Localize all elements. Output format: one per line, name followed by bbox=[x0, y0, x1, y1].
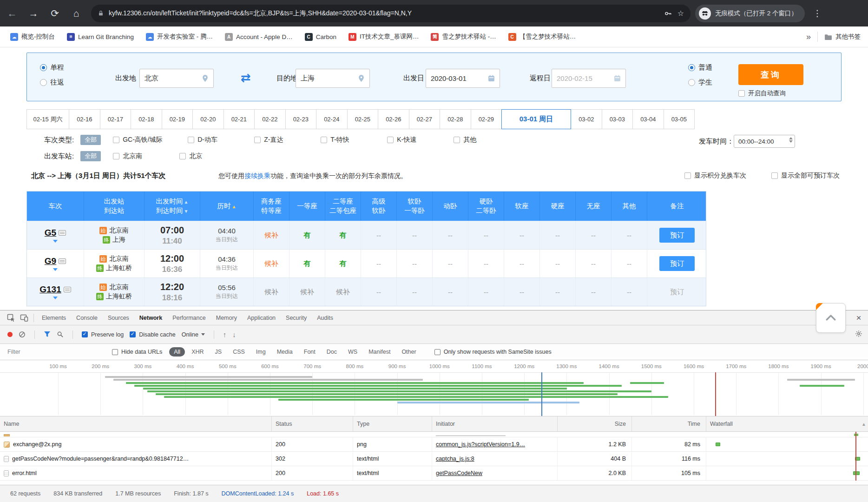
station-option[interactable]: 北京南 bbox=[113, 152, 167, 160]
samesite-checkbox[interactable] bbox=[434, 349, 441, 355]
checkbox-icon[interactable] bbox=[321, 137, 327, 143]
checkbox-icon[interactable] bbox=[188, 137, 194, 143]
samesite-toggle[interactable]: Only show requests with SameSite issues bbox=[434, 349, 552, 355]
date-tab[interactable]: 02-19 bbox=[162, 109, 193, 129]
date-tab[interactable]: 02-18 bbox=[131, 109, 162, 129]
train-number-link[interactable]: G5 bbox=[45, 228, 66, 238]
request-row[interactable]: getPassCodeNew?module=passenger&rand=ran… bbox=[0, 452, 868, 466]
seat-availability-cell[interactable]: 候补 bbox=[289, 278, 325, 306]
checkbox-icon[interactable] bbox=[113, 153, 119, 159]
trip-type-radio[interactable]: 往返 bbox=[40, 78, 64, 87]
station-all-badge[interactable]: 全部 bbox=[80, 151, 101, 161]
devtools-tab-application[interactable]: Application bbox=[242, 310, 281, 325]
checkbox-icon[interactable] bbox=[684, 172, 691, 179]
date-tab[interactable]: 03-04 bbox=[632, 109, 664, 129]
transfer-link[interactable]: 接续换乘 bbox=[244, 172, 270, 179]
train-number-link[interactable]: G9 bbox=[45, 256, 66, 266]
request-column-header[interactable]: Initiator bbox=[432, 416, 558, 431]
date-tab[interactable]: 02-24 bbox=[316, 109, 348, 129]
request-column-header[interactable]: Time bbox=[632, 416, 706, 431]
devtools-tab-performance[interactable]: Performance bbox=[167, 310, 211, 325]
bookmark-item[interactable]: CCarbon bbox=[305, 33, 336, 41]
record-icon[interactable] bbox=[7, 332, 13, 337]
seat-availability-cell[interactable]: 候补 bbox=[254, 278, 289, 306]
partial-request-row[interactable] bbox=[0, 432, 868, 437]
auto-query-checkbox[interactable] bbox=[738, 90, 745, 97]
station-option[interactable]: 北京 bbox=[179, 152, 234, 160]
seat-availability-cell[interactable]: 候补 bbox=[254, 221, 289, 249]
checkbox-icon[interactable] bbox=[113, 137, 119, 143]
password-key-icon[interactable] bbox=[664, 10, 672, 17]
train-type-all-badge[interactable]: 全部 bbox=[80, 135, 101, 145]
throttling-dropdown[interactable]: Online bbox=[182, 331, 205, 338]
request-column-header[interactable]: Type bbox=[353, 416, 432, 431]
book-button[interactable]: 预订 bbox=[659, 256, 695, 271]
date-tab[interactable]: 02-22 bbox=[254, 109, 286, 129]
auto-query-toggle[interactable]: 开启自动查询 bbox=[738, 89, 786, 98]
date-tab[interactable]: 02-29 bbox=[471, 109, 502, 129]
network-filter-input[interactable] bbox=[7, 347, 105, 357]
home-icon[interactable]: ⌂ bbox=[67, 4, 85, 23]
column-header[interactable]: 历时▲ bbox=[200, 192, 254, 221]
bookmark-item[interactable]: ☁开发者实验室 - 腾… bbox=[146, 33, 213, 41]
inspect-element-icon[interactable] bbox=[5, 312, 18, 324]
display-toggle[interactable]: 显示全部可预订车次 bbox=[771, 172, 840, 180]
back-to-top-button[interactable] bbox=[816, 303, 846, 333]
request-column-header[interactable]: Name bbox=[0, 416, 272, 431]
sort-arrow-icon[interactable]: ▼ bbox=[184, 209, 189, 214]
date-tab[interactable]: 02-23 bbox=[285, 109, 317, 129]
train-type-option[interactable]: K-快速 bbox=[387, 136, 441, 144]
column-header[interactable]: 商务座特等座 bbox=[254, 192, 289, 221]
train-type-option[interactable]: GC-高铁/城际 bbox=[113, 136, 176, 144]
initiator-link[interactable]: captcha_js.js:8 bbox=[436, 456, 474, 462]
devtools-tab-audits[interactable]: Audits bbox=[312, 310, 338, 325]
devtools-tab-security[interactable]: Security bbox=[281, 310, 312, 325]
disable-cache-checkbox[interactable] bbox=[130, 331, 136, 337]
devtools-tab-elements[interactable]: Elements bbox=[37, 310, 71, 325]
seat-availability-cell[interactable]: 候补 bbox=[325, 278, 361, 306]
resource-type-pill[interactable]: Manifest bbox=[364, 347, 395, 357]
export-har-icon[interactable]: ↓ bbox=[232, 330, 236, 338]
resource-type-pill[interactable]: All bbox=[169, 347, 185, 357]
date-tab[interactable]: 02-27 bbox=[409, 109, 441, 129]
query-button[interactable]: 查询 bbox=[738, 64, 803, 85]
network-settings-gear-icon[interactable] bbox=[855, 330, 862, 339]
sort-arrow-icon[interactable]: ▲ bbox=[232, 204, 237, 209]
date-tab[interactable]: 03-02 bbox=[571, 109, 602, 129]
date-tab[interactable]: 02-20 bbox=[192, 109, 224, 129]
train-number-link[interactable]: G131 bbox=[39, 284, 71, 295]
devtools-tab-network[interactable]: Network bbox=[134, 310, 167, 325]
column-header[interactable]: 其他 bbox=[612, 192, 647, 221]
train-type-option[interactable]: Z-直达 bbox=[254, 136, 309, 144]
column-header[interactable]: 车次 bbox=[27, 192, 84, 221]
date-tab[interactable]: 02-21 bbox=[224, 109, 255, 129]
expand-caret-icon[interactable] bbox=[53, 268, 58, 271]
devtools-tab-memory[interactable]: Memory bbox=[211, 310, 242, 325]
resource-type-pill[interactable]: Other bbox=[397, 347, 421, 357]
address-bar[interactable]: kyfw.12306.cn/otn/leftTicket/init?linkty… bbox=[91, 5, 690, 22]
sort-arrow-icon[interactable]: ▲ bbox=[184, 199, 189, 205]
checkbox-icon[interactable] bbox=[771, 172, 778, 179]
bookmark-item[interactable]: ⌗Learn Git Branching bbox=[67, 33, 134, 41]
back-icon[interactable]: ← bbox=[3, 4, 21, 23]
disable-cache-toggle[interactable]: Disable cache bbox=[130, 331, 176, 338]
date-tab[interactable]: 02-16 bbox=[69, 109, 100, 129]
import-har-icon[interactable]: ↑ bbox=[223, 330, 227, 338]
checkbox-icon[interactable] bbox=[179, 153, 186, 159]
column-header[interactable]: 动卧 bbox=[433, 192, 468, 221]
devtools-tab-sources[interactable]: Sources bbox=[103, 310, 134, 325]
date-tab[interactable]: 03-03 bbox=[602, 109, 633, 129]
expand-caret-icon[interactable] bbox=[53, 240, 58, 243]
date-tab[interactable]: 02-28 bbox=[440, 109, 471, 129]
column-header[interactable]: 出发站到达站 bbox=[84, 192, 145, 221]
checkbox-icon[interactable] bbox=[387, 137, 394, 143]
train-type-option[interactable]: 其他 bbox=[454, 136, 508, 144]
stepper-icon[interactable] bbox=[789, 137, 793, 143]
network-overview-timeline[interactable]: 100 ms200 ms300 ms400 ms500 ms600 ms700 … bbox=[0, 360, 868, 416]
browser-menu-icon[interactable]: ⋮ bbox=[809, 8, 825, 19]
date-tab[interactable]: 02-17 bbox=[100, 109, 132, 129]
initiator-link[interactable]: getPassCodeNew bbox=[436, 470, 482, 476]
seat-availability-cell[interactable]: 有 bbox=[289, 221, 325, 249]
resource-type-pill[interactable]: Img bbox=[251, 347, 270, 357]
date-tab[interactable]: 02-26 bbox=[378, 109, 409, 129]
